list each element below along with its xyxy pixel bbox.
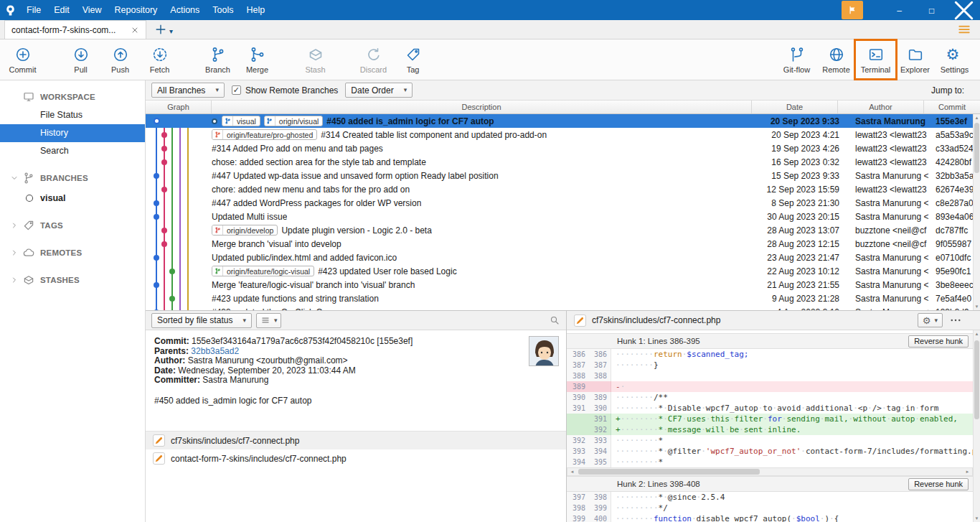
explorer-button[interactable]: Explorer	[895, 41, 935, 78]
diff-scrollbar[interactable]: ▲ ▼	[973, 330, 980, 522]
stashes-header[interactable]: STASHES	[0, 271, 145, 289]
commit-detail-panel: Sorted by file status ▾ ▾ Commit: 155e3e…	[146, 311, 567, 522]
commit-row[interactable]: Updated Multi issue30 Aug 2023 20:15Sast…	[146, 210, 980, 223]
commit-row[interactable]: chose: added section area for the style …	[146, 155, 980, 169]
branches-header[interactable]: BRANCHES	[0, 169, 145, 187]
notification-flag-button[interactable]	[842, 1, 863, 19]
scrollbar-track[interactable]	[577, 468, 963, 475]
chevron-right-icon[interactable]	[9, 275, 20, 285]
commit-row[interactable]: visualorigin/visual#450 added is_admin l…	[146, 114, 980, 128]
pull-button[interactable]: Pull	[61, 41, 100, 78]
column-header-date[interactable]: Date	[752, 101, 838, 113]
tab-list-caret-icon[interactable]: ▾	[169, 27, 173, 35]
chevron-down-icon[interactable]	[9, 173, 20, 183]
order-filter-dropdown[interactable]: Date Order ▾	[345, 83, 413, 98]
git-flow-button[interactable]: Git-flow	[777, 41, 816, 78]
repository-tab[interactable]: contact-form-7-skins-com...	[4, 20, 146, 39]
scroll-up-icon[interactable]: ▲	[974, 330, 980, 337]
commit-row[interactable]: Merge 'feature/logic-visual' branch into…	[146, 278, 980, 292]
push-button[interactable]: Push	[100, 41, 140, 78]
changed-file-row[interactable]: cf7skins/includes/cf7-connect.php	[146, 432, 566, 449]
column-header-description[interactable]: Description	[212, 101, 752, 113]
tag-button[interactable]: Tag	[393, 41, 433, 78]
commit-row[interactable]: Merge branch 'visual' into develop28 Aug…	[146, 237, 980, 251]
branch-badge[interactable]: origin/feature/pro-ghosted	[212, 129, 317, 140]
branch-button[interactable]: Branch	[198, 41, 237, 78]
tags-header[interactable]: TAGS	[0, 216, 145, 235]
meta-value[interactable]: 32bb3a5ad2	[191, 346, 239, 356]
branch-badge[interactable]: origin/develop	[212, 225, 278, 236]
commit-date-cell: 28 Aug 2023 13:07	[760, 225, 847, 236]
settings-button[interactable]: ⚙Settings	[935, 41, 974, 78]
diff-horizontal-scrollbar[interactable]: ◄►	[567, 467, 973, 476]
commit-row[interactable]: #447 added WordPress packages for older …	[146, 196, 980, 210]
commit-row[interactable]: #423 update functions and string transla…	[146, 292, 980, 305]
branch-badge[interactable]: origin/visual	[264, 116, 323, 126]
diff-options-button[interactable]: ⚙ ▾	[918, 313, 943, 327]
terminal-button[interactable]: Terminal	[856, 41, 895, 78]
sidebar-item-file-status[interactable]: File Status	[0, 106, 145, 124]
merge-button[interactable]: Merge	[237, 41, 277, 78]
scrollbar-thumb[interactable]	[974, 123, 979, 173]
file-view-mode-button[interactable]: ▾	[256, 313, 282, 328]
reverse-hunk-button[interactable]: Reverse hunk	[908, 335, 969, 348]
fetch-button[interactable]: Fetch	[140, 41, 179, 78]
hamburger-menu-icon[interactable]	[957, 22, 971, 37]
chevron-right-icon[interactable]	[9, 220, 20, 230]
menu-item-view[interactable]: View	[76, 0, 108, 20]
sort-files-dropdown[interactable]: Sorted by file status ▾	[151, 313, 252, 328]
commit-row[interactable]: #447 Updated wp-data issue and unsaved f…	[146, 169, 980, 182]
commit-button[interactable]: Commit	[3, 41, 42, 78]
chevron-down-icon: ▾	[934, 317, 938, 324]
chevron-right-icon[interactable]	[9, 248, 20, 258]
commit-graph-cell	[146, 141, 212, 155]
scroll-left-icon[interactable]: ◄	[567, 470, 577, 474]
menu-item-repository[interactable]: Repository	[108, 0, 164, 20]
workspace-header[interactable]: WORKSPACE	[0, 88, 145, 106]
menu-item-tools[interactable]: Tools	[206, 0, 240, 20]
remote-button[interactable]: Remote	[816, 41, 856, 78]
column-header-author[interactable]: Author	[838, 101, 924, 113]
scroll-right-icon[interactable]: ►	[963, 470, 972, 474]
sidebar-item-search[interactable]: Search	[0, 142, 145, 160]
close-button[interactable]	[948, 0, 980, 20]
commit-row[interactable]: origin/developUpdate plugin version - Lo…	[146, 223, 980, 237]
commit-row[interactable]: origin/feature/pro-ghosted#314 Created t…	[146, 128, 980, 141]
minimize-button[interactable]: –	[883, 0, 915, 20]
changed-file-row[interactable]: contact-form-7-skins/includes/cf7-connec…	[146, 449, 566, 467]
maximize-button[interactable]: □	[915, 0, 948, 20]
diff-line-code: ·········*·@filter·'wpcf7_autop_or_not'·…	[611, 446, 973, 457]
commit-row[interactable]: #433 updated the On Click O...4 Aug 2023…	[146, 305, 980, 310]
scroll-down-icon[interactable]: ▼	[974, 515, 980, 522]
more-options-button[interactable]	[948, 313, 963, 327]
stash-button[interactable]: Stash	[296, 41, 335, 78]
column-header-graph[interactable]: Graph	[146, 101, 212, 113]
search-icon[interactable]	[549, 314, 560, 326]
scrollbar-thumb[interactable]	[578, 469, 760, 475]
scroll-up-icon[interactable]: ▲	[974, 114, 980, 121]
scroll-down-icon[interactable]: ▼	[974, 303, 980, 310]
menu-item-help[interactable]: Help	[240, 0, 272, 20]
branch-filter-dropdown[interactable]: All Branches ▾	[151, 83, 225, 98]
scrollbar-thumb[interactable]	[974, 340, 979, 419]
branch-badge[interactable]: visual	[222, 116, 260, 126]
discard-button[interactable]: Discard	[354, 41, 393, 78]
sidebar-item-branch-visual[interactable]: visual	[0, 189, 145, 208]
menu-item-file[interactable]: File	[20, 0, 47, 20]
commit-row[interactable]: origin/feature/logic-visual#423 updated …	[146, 264, 980, 278]
menu-item-edit[interactable]: Edit	[47, 0, 76, 20]
commit-list-scrollbar[interactable]: ▲ ▼	[973, 114, 980, 310]
sidebar-item-history[interactable]: History	[0, 124, 145, 142]
column-header-commit[interactable]: Commit	[924, 101, 980, 113]
branch-badge[interactable]: origin/feature/logic-visual	[212, 266, 314, 276]
close-tab-icon[interactable]	[131, 26, 139, 34]
remotes-header[interactable]: REMOTES	[0, 243, 145, 262]
commit-row[interactable]: #314 Added Pro add on menu and tab pages…	[146, 141, 980, 155]
new-tab-button[interactable]	[154, 22, 168, 37]
reverse-hunk-button[interactable]: Reverse hunk	[908, 478, 969, 490]
diff-line-gutter: 392	[567, 424, 611, 435]
commit-row[interactable]: Updated public/index.html and added favi…	[146, 251, 980, 264]
menu-item-actions[interactable]: Actions	[164, 0, 206, 20]
commit-row[interactable]: chore: added new menu and tabs for the p…	[146, 182, 980, 196]
show-remote-branches-checkbox[interactable]: ✓ Show Remote Branches	[232, 85, 338, 95]
